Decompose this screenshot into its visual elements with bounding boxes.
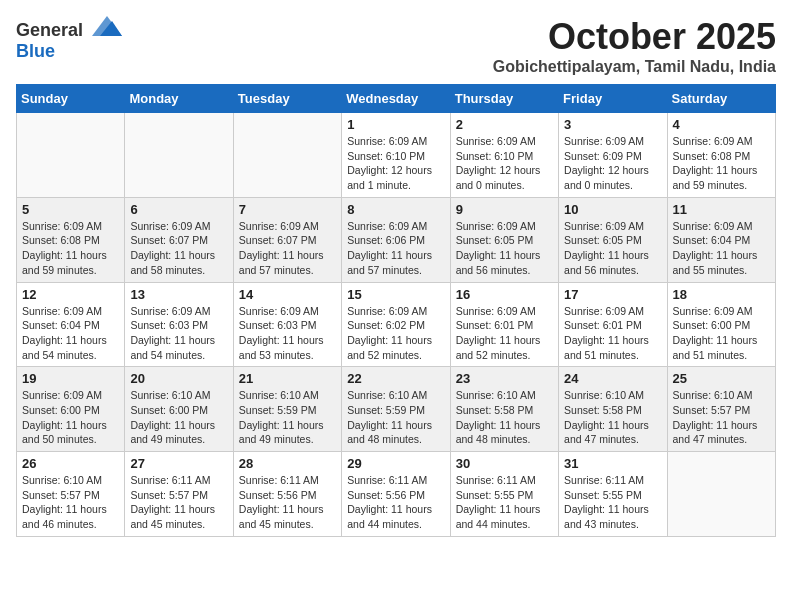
calendar-cell: 24Sunrise: 6:10 AMSunset: 5:58 PMDayligh… xyxy=(559,367,667,452)
day-info: Sunrise: 6:10 AMSunset: 5:59 PMDaylight:… xyxy=(347,388,444,447)
day-number: 9 xyxy=(456,202,553,217)
calendar-cell: 18Sunrise: 6:09 AMSunset: 6:00 PMDayligh… xyxy=(667,282,775,367)
calendar-cell: 27Sunrise: 6:11 AMSunset: 5:57 PMDayligh… xyxy=(125,452,233,537)
calendar-cell: 5Sunrise: 6:09 AMSunset: 6:08 PMDaylight… xyxy=(17,197,125,282)
day-info: Sunrise: 6:10 AMSunset: 5:57 PMDaylight:… xyxy=(673,388,770,447)
day-info: Sunrise: 6:09 AMSunset: 6:07 PMDaylight:… xyxy=(130,219,227,278)
day-info: Sunrise: 6:10 AMSunset: 6:00 PMDaylight:… xyxy=(130,388,227,447)
logo: General Blue xyxy=(16,16,122,62)
day-info: Sunrise: 6:09 AMSunset: 6:00 PMDaylight:… xyxy=(673,304,770,363)
header-cell-sunday: Sunday xyxy=(17,85,125,113)
day-number: 30 xyxy=(456,456,553,471)
calendar-cell: 1Sunrise: 6:09 AMSunset: 6:10 PMDaylight… xyxy=(342,113,450,198)
day-info: Sunrise: 6:10 AMSunset: 5:58 PMDaylight:… xyxy=(564,388,661,447)
day-info: Sunrise: 6:11 AMSunset: 5:56 PMDaylight:… xyxy=(239,473,336,532)
calendar-cell: 7Sunrise: 6:09 AMSunset: 6:07 PMDaylight… xyxy=(233,197,341,282)
calendar-cell: 16Sunrise: 6:09 AMSunset: 6:01 PMDayligh… xyxy=(450,282,558,367)
logo-icon xyxy=(92,16,122,36)
day-info: Sunrise: 6:09 AMSunset: 6:08 PMDaylight:… xyxy=(22,219,119,278)
day-number: 12 xyxy=(22,287,119,302)
calendar-cell: 20Sunrise: 6:10 AMSunset: 6:00 PMDayligh… xyxy=(125,367,233,452)
page-header: General Blue October 2025 Gobichettipala… xyxy=(16,16,776,76)
calendar-body: 1Sunrise: 6:09 AMSunset: 6:10 PMDaylight… xyxy=(17,113,776,537)
day-number: 13 xyxy=(130,287,227,302)
calendar-header: SundayMondayTuesdayWednesdayThursdayFrid… xyxy=(17,85,776,113)
day-number: 27 xyxy=(130,456,227,471)
day-number: 22 xyxy=(347,371,444,386)
calendar-cell: 2Sunrise: 6:09 AMSunset: 6:10 PMDaylight… xyxy=(450,113,558,198)
calendar-cell: 9Sunrise: 6:09 AMSunset: 6:05 PMDaylight… xyxy=(450,197,558,282)
day-number: 28 xyxy=(239,456,336,471)
day-info: Sunrise: 6:09 AMSunset: 6:03 PMDaylight:… xyxy=(239,304,336,363)
day-number: 20 xyxy=(130,371,227,386)
day-number: 14 xyxy=(239,287,336,302)
day-number: 16 xyxy=(456,287,553,302)
day-info: Sunrise: 6:09 AMSunset: 6:10 PMDaylight:… xyxy=(347,134,444,193)
header-cell-saturday: Saturday xyxy=(667,85,775,113)
calendar-cell: 6Sunrise: 6:09 AMSunset: 6:07 PMDaylight… xyxy=(125,197,233,282)
calendar-cell: 31Sunrise: 6:11 AMSunset: 5:55 PMDayligh… xyxy=(559,452,667,537)
calendar-cell: 8Sunrise: 6:09 AMSunset: 6:06 PMDaylight… xyxy=(342,197,450,282)
calendar-cell xyxy=(233,113,341,198)
day-info: Sunrise: 6:09 AMSunset: 6:07 PMDaylight:… xyxy=(239,219,336,278)
calendar-cell: 23Sunrise: 6:10 AMSunset: 5:58 PMDayligh… xyxy=(450,367,558,452)
title-section: October 2025 Gobichettipalayam, Tamil Na… xyxy=(493,16,776,76)
calendar-cell xyxy=(667,452,775,537)
logo-general: General xyxy=(16,20,83,40)
calendar-cell: 21Sunrise: 6:10 AMSunset: 5:59 PMDayligh… xyxy=(233,367,341,452)
day-info: Sunrise: 6:11 AMSunset: 5:55 PMDaylight:… xyxy=(564,473,661,532)
calendar-cell: 13Sunrise: 6:09 AMSunset: 6:03 PMDayligh… xyxy=(125,282,233,367)
day-info: Sunrise: 6:09 AMSunset: 6:08 PMDaylight:… xyxy=(673,134,770,193)
week-row-1: 1Sunrise: 6:09 AMSunset: 6:10 PMDaylight… xyxy=(17,113,776,198)
day-number: 29 xyxy=(347,456,444,471)
day-number: 21 xyxy=(239,371,336,386)
day-info: Sunrise: 6:11 AMSunset: 5:57 PMDaylight:… xyxy=(130,473,227,532)
day-number: 26 xyxy=(22,456,119,471)
logo-blue: Blue xyxy=(16,41,55,62)
day-number: 8 xyxy=(347,202,444,217)
day-number: 10 xyxy=(564,202,661,217)
day-number: 19 xyxy=(22,371,119,386)
day-info: Sunrise: 6:09 AMSunset: 6:06 PMDaylight:… xyxy=(347,219,444,278)
day-info: Sunrise: 6:09 AMSunset: 6:04 PMDaylight:… xyxy=(22,304,119,363)
logo-text: General xyxy=(16,16,122,41)
location-title: Gobichettipalayam, Tamil Nadu, India xyxy=(493,58,776,76)
calendar-cell: 25Sunrise: 6:10 AMSunset: 5:57 PMDayligh… xyxy=(667,367,775,452)
week-row-4: 19Sunrise: 6:09 AMSunset: 6:00 PMDayligh… xyxy=(17,367,776,452)
day-info: Sunrise: 6:11 AMSunset: 5:56 PMDaylight:… xyxy=(347,473,444,532)
day-info: Sunrise: 6:10 AMSunset: 5:58 PMDaylight:… xyxy=(456,388,553,447)
calendar-cell: 3Sunrise: 6:09 AMSunset: 6:09 PMDaylight… xyxy=(559,113,667,198)
day-number: 17 xyxy=(564,287,661,302)
day-info: Sunrise: 6:09 AMSunset: 6:09 PMDaylight:… xyxy=(564,134,661,193)
day-number: 6 xyxy=(130,202,227,217)
calendar-cell: 10Sunrise: 6:09 AMSunset: 6:05 PMDayligh… xyxy=(559,197,667,282)
day-info: Sunrise: 6:09 AMSunset: 6:05 PMDaylight:… xyxy=(456,219,553,278)
day-info: Sunrise: 6:09 AMSunset: 6:00 PMDaylight:… xyxy=(22,388,119,447)
calendar-cell xyxy=(17,113,125,198)
day-number: 2 xyxy=(456,117,553,132)
day-info: Sunrise: 6:09 AMSunset: 6:05 PMDaylight:… xyxy=(564,219,661,278)
calendar-cell: 28Sunrise: 6:11 AMSunset: 5:56 PMDayligh… xyxy=(233,452,341,537)
day-number: 23 xyxy=(456,371,553,386)
calendar-cell: 29Sunrise: 6:11 AMSunset: 5:56 PMDayligh… xyxy=(342,452,450,537)
header-cell-friday: Friday xyxy=(559,85,667,113)
week-row-5: 26Sunrise: 6:10 AMSunset: 5:57 PMDayligh… xyxy=(17,452,776,537)
day-number: 31 xyxy=(564,456,661,471)
day-info: Sunrise: 6:10 AMSunset: 5:57 PMDaylight:… xyxy=(22,473,119,532)
calendar-cell: 12Sunrise: 6:09 AMSunset: 6:04 PMDayligh… xyxy=(17,282,125,367)
day-number: 7 xyxy=(239,202,336,217)
header-row: SundayMondayTuesdayWednesdayThursdayFrid… xyxy=(17,85,776,113)
day-number: 24 xyxy=(564,371,661,386)
header-cell-monday: Monday xyxy=(125,85,233,113)
day-info: Sunrise: 6:09 AMSunset: 6:01 PMDaylight:… xyxy=(456,304,553,363)
week-row-2: 5Sunrise: 6:09 AMSunset: 6:08 PMDaylight… xyxy=(17,197,776,282)
day-number: 1 xyxy=(347,117,444,132)
calendar-cell: 22Sunrise: 6:10 AMSunset: 5:59 PMDayligh… xyxy=(342,367,450,452)
day-number: 11 xyxy=(673,202,770,217)
day-number: 18 xyxy=(673,287,770,302)
calendar: SundayMondayTuesdayWednesdayThursdayFrid… xyxy=(16,84,776,537)
header-cell-thursday: Thursday xyxy=(450,85,558,113)
day-number: 25 xyxy=(673,371,770,386)
day-info: Sunrise: 6:09 AMSunset: 6:10 PMDaylight:… xyxy=(456,134,553,193)
day-number: 15 xyxy=(347,287,444,302)
